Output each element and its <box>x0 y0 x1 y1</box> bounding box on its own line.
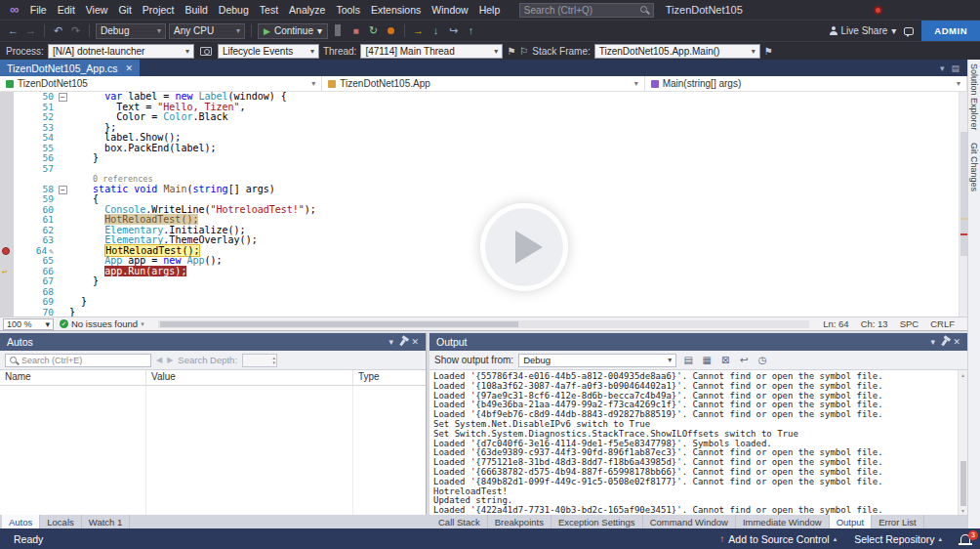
tab-call-stack[interactable]: Call Stack <box>431 515 488 528</box>
autos-grid[interactable] <box>0 386 426 515</box>
editor-scrollbar[interactable] <box>959 92 967 317</box>
code-area[interactable]: 50− var label = new Label(window) {51 Te… <box>0 92 967 317</box>
navigate-forward-icon[interactable]: → <box>23 21 38 41</box>
step-into-icon[interactable]: ↓ <box>429 21 443 41</box>
breakpoint-margin[interactable] <box>0 215 14 226</box>
column-header-value[interactable]: Value <box>146 370 353 385</box>
fold-margin[interactable] <box>57 133 69 144</box>
add-to-source-control-button[interactable]: ↑ Add to Source Control ▴ <box>711 528 845 549</box>
menu-item-file[interactable]: File <box>24 0 52 20</box>
output-source-dropdown[interactable]: Debug ▾ <box>518 354 676 367</box>
thread-dropdown[interactable]: [47114] Main Thread ▾ <box>360 44 503 59</box>
codelens-references[interactable]: 0 references <box>93 174 152 184</box>
fold-margin[interactable]: − <box>57 185 69 195</box>
menu-item-build[interactable]: Build <box>180 0 213 20</box>
code-line[interactable]: 67 } <box>0 276 967 287</box>
breakpoint-margin[interactable] <box>0 205 14 216</box>
close-icon[interactable]: ✕ <box>953 337 960 347</box>
breakpoint-margin[interactable] <box>0 276 14 287</box>
fold-margin[interactable] <box>57 194 69 205</box>
goto-message-icon[interactable]: ▦ <box>700 355 714 365</box>
breakpoint-margin[interactable] <box>0 112 14 123</box>
pin-icon[interactable] <box>399 338 405 345</box>
flag-icon[interactable]: ⚑ <box>764 46 773 57</box>
breakpoint-icon[interactable] <box>2 247 10 255</box>
active-files-dropdown-icon[interactable]: ▾ <box>940 63 945 73</box>
stack-frame-dropdown[interactable]: TizenDotNet105.App.Main() ▾ <box>594 44 760 59</box>
search-depth-stepper[interactable]: ▴▾ <box>242 354 277 367</box>
fold-margin[interactable] <box>57 164 69 175</box>
continue-button[interactable]: ▶ Continue ▾ <box>258 23 328 39</box>
tab-immediate-window[interactable]: Immediate Window <box>736 515 830 528</box>
breakpoint-margin[interactable] <box>0 256 14 267</box>
spin-down-icon[interactable]: ▾ <box>273 360 276 365</box>
fold-margin[interactable] <box>57 226 69 236</box>
breakpoint-margin[interactable] <box>0 308 14 317</box>
find-message-icon[interactable]: ▤ <box>681 355 695 365</box>
admin-badge[interactable]: ADMIN <box>921 21 980 41</box>
code-line[interactable]: 52 Color = Color.Black <box>0 112 967 123</box>
code-line[interactable]: ↩66 app.Run(args); <box>0 267 967 277</box>
solution-platform-dropdown[interactable]: Any CPU ▾ <box>169 23 245 39</box>
screen-record-icon[interactable] <box>874 6 882 15</box>
code-line[interactable]: 58− static void Main(string[] args) <box>0 185 967 195</box>
fold-margin[interactable] <box>57 246 69 257</box>
window-menu-icon[interactable]: ▾ <box>388 337 393 347</box>
fold-margin[interactable] <box>57 144 69 154</box>
notifications-button[interactable]: 3 <box>951 528 980 549</box>
breakpoint-margin[interactable] <box>0 144 14 154</box>
breakpoint-margin[interactable] <box>0 246 14 257</box>
fold-margin[interactable] <box>57 112 69 123</box>
redo-icon[interactable]: ↷ <box>68 21 83 41</box>
output-header[interactable]: Output ▾ ✕ <box>429 333 967 351</box>
breakpoint-margin[interactable] <box>0 235 14 246</box>
flag-outline-icon[interactable]: ⚐ <box>519 46 528 57</box>
window-menu-icon[interactable]: ▾ <box>930 337 935 347</box>
zoom-dropdown[interactable]: 100 % ▾ <box>3 318 54 330</box>
fold-margin[interactable] <box>57 267 69 277</box>
document-health-indicator[interactable]: ✓ No issues found ▾ <box>60 318 144 329</box>
fold-margin[interactable] <box>57 153 69 164</box>
document-tab-active[interactable]: TizenDotNet105_App.cs ✕ <box>0 60 140 76</box>
fold-margin[interactable] <box>57 308 69 317</box>
fold-margin[interactable] <box>57 103 69 113</box>
code-line[interactable]: 56 } <box>0 153 967 164</box>
tab-error-list[interactable]: Error List <box>872 515 924 528</box>
breadcrumb-segment-method[interactable]: Main(string[] args)▾ <box>645 76 967 91</box>
breakpoint-margin[interactable] <box>0 185 14 195</box>
close-icon[interactable]: ✕ <box>125 63 133 73</box>
fold-margin[interactable] <box>57 287 69 298</box>
tab-exception-settings[interactable]: Exception Settings <box>551 515 643 528</box>
code-line[interactable]: 57 <box>0 164 967 175</box>
menu-item-window[interactable]: Window <box>427 0 473 20</box>
menu-item-test[interactable]: Test <box>254 0 283 20</box>
menu-item-view[interactable]: View <box>80 0 113 20</box>
menu-item-debug[interactable]: Debug <box>213 0 254 20</box>
breakpoint-margin[interactable]: ↩ <box>0 267 14 277</box>
fold-margin[interactable] <box>57 215 69 226</box>
fold-margin[interactable]: − <box>57 92 69 103</box>
navigate-back-icon[interactable]: ← <box>6 21 20 41</box>
tab-breakpoints[interactable]: Breakpoints <box>488 515 551 528</box>
code-line[interactable]: 70} <box>0 308 967 317</box>
indent-mode[interactable]: SPC <box>900 318 919 329</box>
search-next-icon[interactable]: ▶ <box>167 356 173 364</box>
horizontal-scrollbar[interactable] <box>158 320 810 328</box>
breakpoint-margin[interactable] <box>0 123 14 134</box>
output-scrollbar[interactable]: ▴ ▾ <box>958 370 967 515</box>
fold-margin[interactable] <box>57 256 69 267</box>
clear-all-icon[interactable]: ⊠ <box>718 355 732 365</box>
show-next-statement-icon[interactable]: → <box>411 21 426 41</box>
collapse-region-icon[interactable]: − <box>59 186 67 194</box>
side-tab-solution-explorer[interactable]: Solution Explorer <box>969 63 979 131</box>
solution-configuration-dropdown[interactable]: Debug ▾ <box>96 23 166 39</box>
scroll-up-icon[interactable]: ▴ <box>959 371 967 378</box>
autos-search-input[interactable]: Search (Ctrl+E) <box>5 354 151 367</box>
menu-item-extensions[interactable]: Extensions <box>365 0 426 20</box>
tab-watch-1[interactable]: Watch 1 <box>82 515 131 528</box>
breakpoint-margin[interactable] <box>0 153 14 164</box>
pin-icon[interactable] <box>941 338 947 345</box>
fold-margin[interactable] <box>57 297 69 308</box>
breakpoint-margin[interactable] <box>0 164 14 175</box>
output-log[interactable]: Loaded '{55786f34-e016-44b5-a812-004935d… <box>429 370 958 515</box>
